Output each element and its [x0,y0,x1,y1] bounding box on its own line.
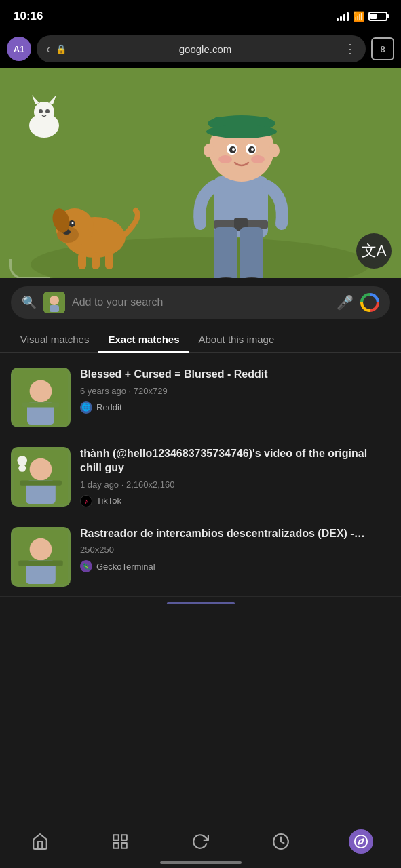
svg-point-7 [45,109,50,113]
translate-button[interactable]: 文A [356,233,392,269]
compass-active-circle [349,829,373,854]
svg-point-34 [232,148,235,151]
status-icons: 📶 [337,11,387,22]
status-time: 10:16 [14,9,43,23]
search-bar-container: 🔍 Add to your search 🎤 [0,278,401,327]
result-thumbnail [11,527,71,587]
search-placeholder: Add to your search [72,296,330,309]
result-source: ♪ TikTok [80,495,390,507]
svg-marker-63 [358,839,364,844]
svg-point-36 [218,155,232,163]
svg-point-48 [30,458,52,481]
result-info: Rastreador de intercambios descentraliza… [80,527,390,573]
result-source: 🦎 GeckoTerminal [80,560,390,572]
result-info: Blessed + Cursed = Blursed - Reddit 6 ye… [80,368,390,414]
svg-point-6 [39,109,43,113]
svg-rect-21 [214,227,237,278]
search-image: 文A [0,68,401,278]
tab-visual-matches[interactable]: Visual matches [11,327,98,352]
wifi-icon: 📶 [353,11,364,22]
google-lens-icon[interactable] [360,293,379,312]
svg-point-62 [355,835,367,847]
url-text: google.com [72,43,339,55]
signal-bars-icon [337,12,349,21]
svg-point-39 [269,144,280,157]
svg-point-52 [18,465,26,472]
svg-rect-56 [18,560,62,566]
svg-rect-42 [50,305,59,312]
image-bottom-curve [9,259,50,278]
source-icon-gecko: 🦎 [80,560,92,572]
svg-point-3 [34,102,54,122]
url-bar[interactable]: ‹ 🔒 google.com ⋮ [37,35,366,62]
chill-guy-svg [0,68,401,278]
results-list: Blessed + Cursed = Blursed - Reddit 6 ye… [0,353,401,612]
status-bar: 10:16 📶 [0,0,401,30]
svg-rect-50 [20,480,62,485]
source-name: Reddit [96,402,122,412]
result-meta: 1 day ago · 2,160x2,160 [80,479,390,490]
clock-icon [272,833,290,850]
result-thumbnail [11,447,71,507]
svg-rect-59 [121,843,127,848]
refresh-icon [191,833,209,850]
svg-point-41 [50,296,59,305]
svg-rect-57 [114,835,119,840]
grid-icon [111,833,129,850]
nav-history[interactable] [264,828,298,855]
svg-point-29 [206,125,277,138]
tabs-bar: Visual matches Exact matches About this … [0,327,401,353]
svg-rect-22 [240,227,263,278]
svg-point-35 [251,148,254,151]
tab-count[interactable]: 8 [371,37,394,60]
result-title: Blessed + Cursed = Blursed - Reddit [80,368,390,382]
search-icon: 🔍 [22,295,37,310]
back-button[interactable]: ‹ [46,42,50,56]
source-name: TikTok [96,496,121,506]
nav-compass[interactable] [344,828,378,855]
voice-search-icon[interactable]: 🎤 [337,294,354,311]
nav-home[interactable] [23,828,57,855]
svg-point-37 [251,155,265,163]
result-meta: 250x250 [80,545,390,555]
nav-refresh[interactable] [183,828,217,855]
lock-icon: 🔒 [56,44,66,54]
svg-rect-16 [92,252,100,269]
battery-icon [368,12,387,21]
source-icon-tiktok: ♪ [80,495,92,507]
svg-point-51 [17,456,27,466]
svg-rect-17 [105,252,113,269]
result-item[interactable]: Rastreador de intercambios descentraliza… [0,517,401,597]
tab-exact-matches[interactable]: Exact matches [98,327,189,352]
svg-point-38 [204,144,214,157]
source-name: GeckoTerminal [96,561,155,572]
compass-icon [354,834,368,849]
result-thumbnail [11,368,71,427]
svg-point-44 [30,380,52,403]
account-avatar[interactable]: A1 [7,37,31,61]
result-info: thành (@hello1234683735734746)'s video o… [80,447,390,507]
svg-rect-58 [121,835,127,840]
home-icon [31,833,49,850]
svg-point-13 [72,222,74,224]
svg-rect-60 [114,843,119,848]
result-item[interactable]: thành (@hello1234683735734746)'s video o… [0,437,401,517]
tab-about-image[interactable]: About this image [189,327,284,352]
svg-rect-15 [78,252,86,269]
browser-bar: A1 ‹ 🔒 google.com ⋮ 8 [0,30,401,68]
result-meta: 6 years ago · 720x729 [80,386,390,396]
more-button[interactable]: ⋮ [344,41,356,56]
scroll-hint [167,602,235,604]
search-bar[interactable]: 🔍 Add to your search 🎤 [11,286,390,319]
home-indicator [160,861,242,864]
svg-rect-46 [22,402,60,407]
result-item[interactable]: Blessed + Cursed = Blursed - Reddit 6 ye… [0,358,401,437]
svg-point-54 [30,538,52,560]
result-title: Rastreador de intercambios descentraliza… [80,527,390,541]
source-icon-reddit: 🌐 [80,401,92,414]
result-title: thành (@hello1234683735734746)'s video o… [80,447,390,475]
nav-tabs[interactable] [103,828,137,855]
result-source: 🌐 Reddit [80,401,390,414]
search-thumbnail [43,292,65,313]
